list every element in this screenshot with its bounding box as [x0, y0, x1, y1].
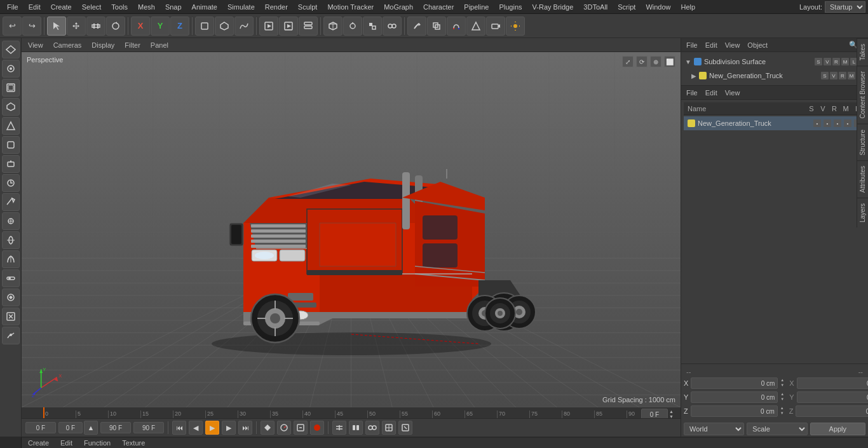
motion-plus-button[interactable] — [332, 421, 346, 435]
mat-create-tab[interactable]: Create — [24, 438, 53, 448]
object-tool-button[interactable] — [363, 17, 382, 36]
menu-pipeline[interactable]: Pipeline — [459, 2, 493, 12]
record-button[interactable] — [310, 421, 324, 435]
mat-edit-tab[interactable]: Edit — [57, 438, 76, 448]
end-frame-input[interactable] — [100, 422, 131, 433]
select-tool-button[interactable] — [47, 17, 66, 36]
prev-frame-button[interactable]: ◀ — [189, 421, 203, 435]
menu-script[interactable]: Script — [613, 2, 640, 12]
menu-file[interactable]: File — [3, 2, 23, 12]
play-button[interactable]: ▶ — [205, 421, 219, 435]
vp-tab-filter[interactable]: Filter — [121, 40, 144, 50]
z-rot-input[interactable] — [796, 405, 868, 417]
truck-s-icon[interactable]: S — [821, 72, 829, 79]
joints-button[interactable] — [466, 17, 485, 36]
left-tool-8[interactable] — [2, 174, 20, 192]
spline-mode-button[interactable] — [234, 17, 254, 36]
mat-texture-tab[interactable]: Texture — [118, 438, 149, 448]
obj-row-truck[interactable]: ▶ New_Generation_Truck S V R M L — [681, 69, 868, 83]
vtab-layers[interactable]: Layers — [857, 198, 868, 227]
menu-motion-tracker[interactable]: Motion Tracker — [323, 2, 378, 12]
scale-dropdown[interactable]: Scale — [747, 423, 807, 435]
left-tool-3[interactable] — [2, 79, 20, 97]
magnet-button[interactable] — [447, 17, 466, 36]
frame-start-input[interactable] — [58, 422, 83, 433]
left-tool-15[interactable] — [2, 308, 20, 325]
attr-m-icon[interactable]: • — [844, 119, 851, 127]
max-frame-input[interactable] — [133, 422, 164, 433]
obj-row-subdivsurf[interactable]: ▼ Subdivision Surface S V R M L ✓ — [681, 55, 868, 69]
menu-window[interactable]: Window — [641, 2, 675, 12]
z-pos-input[interactable] — [691, 405, 778, 417]
viewport-ctrl-maximize[interactable]: ⬜ — [664, 56, 675, 67]
obj-view-menu[interactable]: View — [722, 41, 743, 50]
scale-tool-button[interactable] — [86, 17, 105, 36]
obj-object-menu[interactable]: Object — [745, 41, 770, 50]
menu-edit[interactable]: Edit — [24, 2, 45, 12]
vtab-takes[interactable]: Takes — [857, 38, 868, 65]
menu-plugins[interactable]: Plugins — [494, 2, 526, 12]
vp-tab-view[interactable]: View — [24, 40, 47, 50]
z-axis-button[interactable]: Z — [170, 17, 189, 36]
layout-dropdown[interactable]: Startup — [825, 1, 865, 13]
left-tool-4[interactable] — [2, 98, 20, 116]
left-tool-9[interactable] — [2, 193, 20, 211]
rotate-tool-button[interactable] — [106, 17, 125, 36]
menu-sculpt[interactable]: Sculpt — [294, 2, 322, 12]
vtab-attributes[interactable]: Attributes — [857, 160, 868, 198]
truck-r-icon[interactable]: R — [839, 72, 846, 79]
menu-animate[interactable]: Animate — [187, 2, 222, 12]
3d-viewport[interactable]: Perspective ⤢ ⟳ ⊕ ⬜ — [22, 52, 681, 407]
attr-s-icon[interactable]: • — [813, 119, 821, 127]
x-axis-button[interactable]: X — [131, 17, 150, 36]
menu-select[interactable]: Select — [78, 2, 106, 12]
attr-edit-menu[interactable]: Edit — [703, 88, 720, 97]
left-tool-6[interactable] — [2, 136, 20, 154]
subdiv-m-icon[interactable]: M — [841, 58, 849, 65]
undo-button[interactable]: ↩ — [3, 17, 22, 36]
menu-snap[interactable]: Snap — [161, 2, 186, 12]
menu-tools[interactable]: Tools — [107, 2, 132, 12]
object-mode-button[interactable] — [195, 17, 214, 36]
subdiv-r-icon[interactable]: R — [832, 58, 840, 65]
viewport-ctrl-zoom[interactable]: ⊕ — [650, 56, 661, 67]
paint-button[interactable] — [407, 17, 426, 36]
left-tool-13[interactable] — [2, 269, 20, 287]
motion-btn-3[interactable] — [365, 421, 379, 435]
left-tool-16[interactable] — [2, 327, 20, 344]
truck-v-icon[interactable]: V — [830, 72, 837, 79]
camera-button[interactable] — [486, 17, 505, 36]
current-frame-input[interactable] — [641, 409, 668, 419]
world-dropdown[interactable]: World — [684, 423, 744, 435]
viewport-ctrl-move[interactable]: ⤢ — [622, 56, 634, 67]
attr-file-menu[interactable]: File — [684, 88, 700, 97]
truck-m-icon[interactable]: M — [848, 72, 855, 79]
left-tool-7[interactable] — [2, 155, 20, 173]
obj-edit-menu[interactable]: Edit — [703, 41, 720, 50]
x-rot-input[interactable] — [797, 377, 868, 389]
keyframe-btn-2[interactable] — [277, 421, 291, 435]
keyframe-btn-3[interactable] — [294, 421, 308, 435]
menu-help[interactable]: Help — [677, 2, 700, 12]
vp-tab-cameras[interactable]: Cameras — [50, 40, 86, 50]
mat-function-tab[interactable]: Function — [80, 438, 114, 448]
start-frame-input[interactable] — [25, 422, 56, 433]
attr-obj-truck-row[interactable]: New_Generation_Truck • • • • • — [684, 116, 865, 130]
move-tool-button[interactable] — [67, 17, 86, 36]
cube-view-button[interactable] — [323, 17, 342, 36]
vp-tab-panel[interactable]: Panel — [147, 40, 172, 50]
menu-create[interactable]: Create — [46, 2, 76, 12]
spline-tool-button[interactable] — [343, 17, 362, 36]
redo-button[interactable]: ↪ — [22, 17, 41, 36]
boole-button[interactable] — [427, 17, 446, 36]
y-pos-input[interactable] — [691, 391, 778, 403]
motion-btn-2[interactable] — [349, 421, 363, 435]
obj-file-menu[interactable]: File — [684, 41, 700, 50]
left-tool-12[interactable] — [2, 250, 20, 268]
x-pos-input[interactable] — [691, 377, 778, 389]
y-rot-input[interactable] — [797, 391, 868, 403]
apply-button[interactable]: Apply — [810, 423, 865, 435]
menu-character[interactable]: Character — [419, 2, 458, 12]
menu-vray[interactable]: V-Ray Bridge — [528, 2, 578, 12]
left-tool-2[interactable] — [2, 60, 20, 78]
